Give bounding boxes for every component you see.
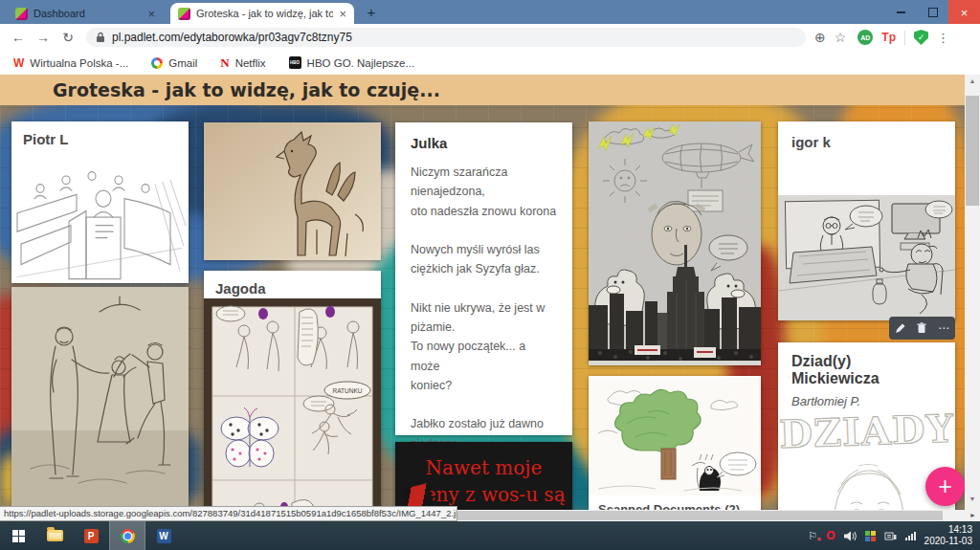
wall-header: Groteska - jak to widzę, jak to czuję... xyxy=(0,75,965,105)
link-status-bar: https://padlet-uploads.storage.googleapi… xyxy=(0,506,457,521)
close-tab-icon[interactable]: × xyxy=(339,8,346,20)
edit-pencil-icon[interactable] xyxy=(895,323,905,334)
chrome-button[interactable] xyxy=(109,521,145,550)
vertical-scrollbar[interactable]: ▲ ▼ xyxy=(965,75,980,510)
scroll-right-arrow-icon[interactable]: ► xyxy=(969,510,976,521)
tab-dashboard[interactable]: Dashboard × xyxy=(8,3,163,24)
padlet-page: Groteska - jak to widzę, jak to czuję...… xyxy=(0,75,965,510)
classroom-cartoon-image xyxy=(778,195,955,320)
browser-toolbar: ← → ↻ pl.padlet.com/edytaborowka/pr03agv… xyxy=(0,24,980,51)
browser-tab-strip: Dashboard × Groteska - jak to widzę, jak… xyxy=(0,0,980,24)
wall-title: Groteska - jak to widzę, jak to czuję... xyxy=(53,79,440,100)
back-button[interactable]: ← xyxy=(6,30,31,45)
window-controls: × xyxy=(885,0,980,25)
action-center-flag-icon[interactable]: ⚐× xyxy=(808,531,817,541)
google-favicon xyxy=(151,57,163,69)
restore-icon xyxy=(928,8,938,17)
post-warsaw-collage[interactable] xyxy=(589,121,761,365)
bookmark-label: HBO GO. Najlepsze... xyxy=(307,57,414,69)
new-tab-button[interactable]: + xyxy=(361,3,382,22)
post-action-toolbar: ⋯ xyxy=(889,317,955,340)
reload-button[interactable]: ↻ xyxy=(56,30,80,45)
bookmark-label: Gmail xyxy=(168,57,197,69)
comic-poster-image: RATUNKU xyxy=(204,298,381,510)
scroll-up-arrow-icon[interactable]: ▲ xyxy=(965,75,980,88)
minimize-icon xyxy=(897,11,905,13)
powerpoint-icon: P xyxy=(84,529,99,543)
file-explorer-button[interactable] xyxy=(36,521,73,550)
dziady-lettering: DZIADY xyxy=(778,408,954,456)
post-meme[interactable]: Nawet moje oceny z wos-u są xyxy=(395,442,572,510)
bookmark-netflix[interactable]: N Netflix xyxy=(220,55,265,71)
word-button[interactable]: W xyxy=(145,521,182,550)
chrome-icon xyxy=(121,529,135,543)
post-title: igor k xyxy=(778,121,955,195)
start-button[interactable] xyxy=(0,521,36,550)
window-minimize-button[interactable] xyxy=(885,0,917,25)
bookmark-label: Wirtualna Polska -... xyxy=(30,57,128,69)
post-piotr[interactable]: Piotr L xyxy=(11,121,189,283)
vertical-scrollbar-thumb[interactable] xyxy=(966,96,979,206)
folder-icon xyxy=(47,530,63,541)
post-title: Jagoda xyxy=(204,271,381,298)
adblock-extension-icon[interactable]: AD xyxy=(858,30,873,45)
ratunku-bubble-text: RATUNKU xyxy=(333,387,363,394)
bookmark-gmail[interactable]: Gmail xyxy=(151,57,197,69)
netflix-favicon: N xyxy=(220,55,229,71)
taskbar-clock[interactable]: 14:13 2020-11-03 xyxy=(924,524,972,548)
word-icon: W xyxy=(157,529,171,543)
wp-favicon: W xyxy=(13,56,24,70)
forward-button[interactable]: → xyxy=(31,30,56,45)
padlet-favicon xyxy=(15,8,28,20)
padlet-favicon xyxy=(178,8,190,20)
window-close-button[interactable]: × xyxy=(948,0,980,25)
app-grid-tray-icon[interactable] xyxy=(865,531,876,541)
close-tab-icon[interactable]: × xyxy=(147,8,155,20)
desktop: Dashboard × Groteska - jak to widzę, jak… xyxy=(0,0,980,550)
post-title: Piotr L xyxy=(11,121,189,149)
windows-logo-icon xyxy=(12,530,25,542)
post-jagoda[interactable]: Jagoda xyxy=(204,271,381,510)
creature-sketch-image xyxy=(204,122,381,260)
url-text: pl.padlet.com/edytaborowka/pr03agv7c8tzn… xyxy=(112,31,352,44)
address-bar[interactable]: pl.padlet.com/edytaborowka/pr03agv7c8tzn… xyxy=(86,28,806,47)
device-tray-icon[interactable] xyxy=(884,531,897,541)
clock-time: 14:13 xyxy=(924,524,972,537)
dancers-sketch-image xyxy=(11,287,189,510)
post-title: Scanned Documents (2) xyxy=(589,495,761,510)
powerpoint-button[interactable]: P xyxy=(73,521,109,550)
bookmark-wirtualna-polska[interactable]: W Wirtualna Polska -... xyxy=(13,56,128,70)
post-title: Dziad(y) Mickiewicza xyxy=(778,342,955,387)
parliament-sketch-image xyxy=(11,149,189,283)
window-restore-button[interactable] xyxy=(917,0,948,25)
bookmark-hbo-go[interactable]: HBO HBO GO. Najlepsze... xyxy=(289,56,414,69)
lock-icon xyxy=(96,32,105,43)
post-title: Julka xyxy=(411,135,557,151)
send-to-devices-icon[interactable]: ⊕ xyxy=(814,30,826,45)
alert-x-icon: × xyxy=(817,536,822,543)
post-author: Bartłomiej P. xyxy=(778,387,955,408)
post-igor[interactable]: igor k xyxy=(778,121,955,320)
bookmark-star-icon[interactable]: ☆ xyxy=(835,30,847,45)
delete-trash-icon[interactable] xyxy=(917,322,926,334)
speaker-icon[interactable] xyxy=(844,531,857,541)
post-dancers[interactable] xyxy=(11,287,189,510)
more-options-icon[interactable]: ⋯ xyxy=(938,322,949,334)
post-julka[interactable]: Julka Niczym szarańcza nienajedzona, oto… xyxy=(395,122,572,435)
system-tray: ⚐× O 14:13 2020-11-03 xyxy=(808,524,980,548)
post-scanned-documents[interactable]: Scanned Documents (2) xyxy=(589,376,761,510)
security-shield-icon[interactable]: ✓ xyxy=(914,30,928,45)
clock-date: 2020-11-03 xyxy=(924,536,972,548)
warsaw-collage-image xyxy=(589,121,761,365)
bookmarks-bar: W Wirtualna Polska -... Gmail N Netflix … xyxy=(0,51,980,75)
opera-tray-icon[interactable]: O xyxy=(826,530,835,541)
tp-extension-icon[interactable]: Tp xyxy=(881,31,896,44)
tree-drawing-image xyxy=(589,376,761,495)
network-signal-icon[interactable] xyxy=(905,532,916,540)
post-creature[interactable] xyxy=(204,122,381,260)
tab-label: Groteska - jak to widzę, jak to czu xyxy=(196,8,333,19)
add-post-button[interactable]: + xyxy=(925,467,965,506)
tab-groteska[interactable]: Groteska - jak to widzę, jak to czu × xyxy=(170,3,354,24)
scroll-down-arrow-icon[interactable]: ▼ xyxy=(965,495,980,502)
chrome-menu-icon[interactable]: ⋮ xyxy=(937,31,949,45)
